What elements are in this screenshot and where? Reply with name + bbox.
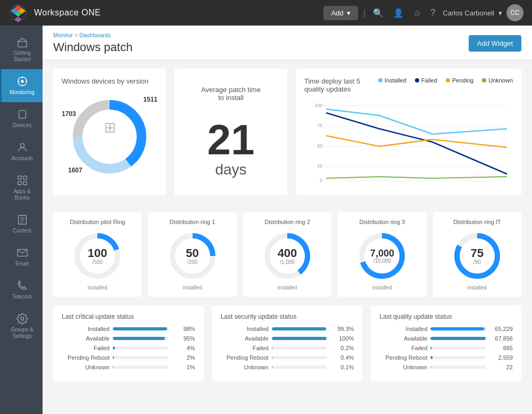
sidebar-item-getting-started[interactable]: GettingStarted <box>0 30 43 69</box>
line-chart-title: Time deploy last 5 quality updates <box>304 77 378 93</box>
breadcrumb-separator: > <box>74 32 79 38</box>
page-title: Windows patch <box>53 40 132 54</box>
content-icon <box>16 214 28 226</box>
security-failed-row: Failed 0.2% <box>221 345 354 351</box>
patch-time-title: Average patch timeto install <box>201 86 261 102</box>
distribution-row: Distribution pilot Ring 100/500 installe… <box>53 212 521 297</box>
sidebar-item-monitoring[interactable]: Monitoring <box>0 69 43 102</box>
svg-point-15 <box>20 144 24 147</box>
critical-failed-row: Failed 4% <box>62 345 195 351</box>
sidebar-item-telecom[interactable]: Telecom <box>0 274 43 307</box>
sidebar-item-apps-books[interactable]: Apps &Books <box>0 168 43 208</box>
nav-right-controls: Add ▾ | 🔍 👤 ☆ ? Carlos Carbonell ▾ CC <box>323 4 523 21</box>
dist-ring3-donut: 7,000/10,000 <box>355 229 409 283</box>
patch-time-unit: days <box>207 161 255 178</box>
home-icon <box>16 36 28 48</box>
dashboard-content: Windows devices by version <box>43 60 532 414</box>
legend-pending: Pending <box>446 77 473 84</box>
app-logo <box>9 3 28 22</box>
dist-ring1-title: Distribution ring 1 <box>154 219 230 225</box>
quality-available-row: Available 67,856 <box>379 335 513 342</box>
star-icon-btn[interactable]: ☆ <box>411 6 423 20</box>
svg-rect-17 <box>23 176 26 179</box>
add-widget-button[interactable]: Add Widget <box>469 35 521 52</box>
line-chart-svg: 100 75 50 25 0 <box>304 100 513 185</box>
windows-versions-card: Windows devices by version <box>53 69 166 195</box>
windows-versions-title: Windows devices by version <box>62 77 157 85</box>
svg-point-8 <box>21 80 24 83</box>
line-chart-card: Time deploy last 5 quality updates Insta… <box>296 69 521 195</box>
dist-ring2: Distribution ring 2 400/1,000 installed <box>243 212 331 297</box>
security-status-card: Last security update status Installed 99… <box>212 305 363 381</box>
version-label-1607: 1607 <box>68 167 82 174</box>
dist-ring3: Distribution ring 3 7,000/10,000 install… <box>338 212 426 297</box>
sidebar-item-email[interactable]: Email <box>0 241 43 274</box>
quality-status-card: Last quality update status Installed 65,… <box>371 305 521 381</box>
critical-available-row: Available 95% <box>62 335 195 342</box>
main-content: Monitor > Dashboards Windows patch Add W… <box>43 26 532 414</box>
add-button[interactable]: Add ▾ <box>323 6 358 20</box>
svg-text:50: 50 <box>317 143 322 148</box>
version-label-1703: 1703 <box>62 110 76 118</box>
patch-time-card: Average patch timeto install 21 days <box>174 69 287 195</box>
dist-pilot-title: Distribution pilot Ring <box>60 219 135 225</box>
legend-failed: Failed <box>415 77 437 84</box>
breadcrumb-dashboards[interactable]: Dashboards <box>79 32 111 38</box>
nav-divider: | <box>363 7 366 19</box>
user-icon-btn[interactable]: 👤 <box>391 6 406 20</box>
dist-ring-it: Distribution ring IT 75/90 installed <box>433 212 521 297</box>
dist-ring2-donut: 400/1,000 <box>261 229 314 283</box>
patch-time-number: 21 <box>207 119 255 161</box>
svg-text:25: 25 <box>317 163 322 169</box>
critical-installed-bar <box>113 327 168 330</box>
sidebar-label-getting-started: GettingStarted <box>13 50 30 63</box>
sidebar-label-accounts: Accounts <box>11 155 33 162</box>
dist-pilot-ring: Distribution pilot Ring 100/500 installe… <box>53 212 142 297</box>
svg-text:⊞: ⊞ <box>104 119 116 136</box>
breadcrumb: Monitor > Dashboards <box>53 32 132 38</box>
quality-unknown-row: Unknown 22 <box>379 364 513 370</box>
user-dropdown-arrow[interactable]: ▾ <box>498 9 502 17</box>
svg-text:100: 100 <box>314 103 322 108</box>
critical-unknown-row: Unknown 1% <box>62 364 195 370</box>
critical-status-card: Last critical update status Installed 98… <box>53 305 204 381</box>
sidebar-item-content[interactable]: Content <box>0 208 43 241</box>
help-icon-btn[interactable]: ? <box>428 6 437 20</box>
user-avatar: CC <box>506 4 523 21</box>
svg-rect-6 <box>18 42 27 47</box>
email-icon <box>16 247 28 259</box>
security-pending-row: Pending Reboot 0.4% <box>221 354 354 361</box>
search-icon-btn[interactable]: 🔍 <box>371 6 386 20</box>
sidebar-item-groups-settings[interactable]: Groups &Settings <box>0 307 43 346</box>
quality-status-title: Last quality update status <box>379 313 513 320</box>
sidebar-label-telecom: Telecom <box>12 294 32 300</box>
top-row: Windows devices by version <box>53 69 521 204</box>
user-name: Carlos Carbonell <box>443 9 494 17</box>
quality-failed-row: Failed 665 <box>379 345 513 351</box>
sidebar-item-devices[interactable]: Devices <box>0 102 43 135</box>
dist-pilot-donut: 100/500 <box>71 229 124 283</box>
apps-icon <box>16 175 28 186</box>
svg-marker-5 <box>14 16 22 22</box>
sidebar-label-monitoring: Monitoring <box>10 89 35 96</box>
svg-point-25 <box>21 317 24 320</box>
critical-pending-row: Pending Reboot 2% <box>62 354 195 361</box>
svg-rect-13 <box>19 111 26 119</box>
settings-icon <box>16 313 28 325</box>
sidebar-label-email: Email <box>15 261 29 267</box>
sidebar-label-apps-books: Apps &Books <box>13 188 30 201</box>
security-available-row: Available 100% <box>221 335 354 342</box>
dist-ring-it-title: Distribution ring IT <box>439 219 515 225</box>
svg-text:75: 75 <box>317 123 322 128</box>
dist-ring2-title: Distribution ring 2 <box>250 219 325 225</box>
monitoring-icon <box>16 76 28 87</box>
devices-icon <box>16 109 28 120</box>
sidebar-item-accounts[interactable]: Accounts <box>0 135 43 168</box>
legend-installed: Installed <box>378 77 406 84</box>
sidebar-label-groups-settings: Groups &Settings <box>11 327 33 340</box>
chart-legend: Installed Failed Pending Unknown <box>378 77 513 84</box>
page-header: Monitor > Dashboards Windows patch Add W… <box>43 26 532 60</box>
breadcrumb-monitor[interactable]: Monitor <box>53 32 73 38</box>
dist-ring1-donut: 50/200 <box>166 229 219 283</box>
security-unknown-row: Unknown 0.1% <box>221 364 354 370</box>
